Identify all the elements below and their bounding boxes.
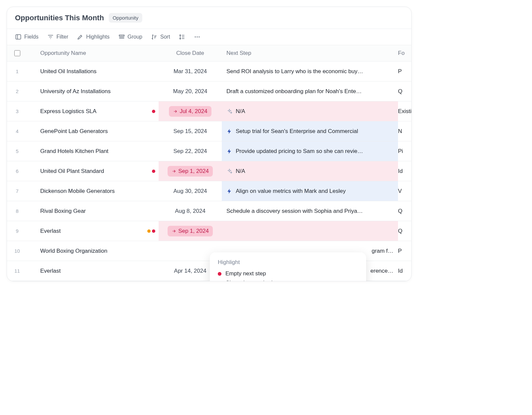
next-step-text: Schedule a discovery session with Sophia… [226,208,363,214]
opportunity-name: Grand Hotels Kitchen Plant [40,148,108,155]
close-date-cell[interactable]: May 20, 2024 [159,81,222,101]
close-date-cell[interactable]: Sep 1, 2024 [159,221,222,241]
date-pushed-pill: Jul 4, 2024 [169,106,211,117]
forecast-cell[interactable]: Id [398,168,411,175]
row-number: 2 [7,88,27,94]
forecast-cell[interactable]: Q [398,228,411,234]
legend-item: Empty next step [218,269,358,278]
next-step-cell[interactable]: Setup trial for Sean's Enterprise and Co… [222,121,398,141]
forecast-header[interactable]: Fo [398,50,411,57]
opportunity-name-cell[interactable]: World Boxing Organization [39,248,159,254]
next-step-cell[interactable]: N/A [222,161,398,181]
opportunity-name-cell[interactable]: Everlast [39,228,159,234]
highlights-label: Highlights [86,34,109,40]
forecast-cell[interactable]: Q [398,88,411,95]
close-date-cell[interactable]: Sep 22, 2024 [159,141,222,161]
highlight-legend: Highlight Empty next stepClose date push… [210,252,366,281]
next-step-text: Provide updated pricing to Sam so she ca… [236,148,363,155]
table-row[interactable]: 3Express Logistics SLAJul 4, 2024N/AExis… [7,101,411,121]
bolt-icon [226,188,232,194]
next-step-text: Setup trial for Sean's Enterprise and Co… [236,128,358,135]
opportunity-name-cell[interactable]: GenePoint Lab Generators [39,128,159,135]
next-step-cell[interactable]: Provide updated pricing to Sam so she ca… [222,141,398,161]
table-row[interactable]: 8Rival Boxing GearAug 8, 2024Schedule a … [7,201,411,221]
svg-rect-0 [16,35,21,39]
close-date-cell[interactable]: Sep 15, 2024 [159,121,222,141]
opportunity-name-cell[interactable]: Dickenson Mobile Generators [39,188,159,195]
name-header[interactable]: Opportunity Name [39,50,159,57]
forecast-cell[interactable]: V [398,188,411,195]
opportunity-name-cell[interactable]: Rival Boxing Gear [39,208,159,214]
close-date-cell[interactable]: Sep 1, 2024 [159,161,222,181]
svg-rect-1 [119,35,124,36]
group-button[interactable]: Group [118,34,142,40]
opportunities-window: Opportunities This Month Opportunity Fie… [7,7,412,281]
opportunity-name-cell[interactable]: University of Az Installations [39,88,159,95]
select-all-checkbox[interactable] [14,50,20,56]
next-step-cell[interactable]: Align on value metrics with Mark and Les… [222,181,398,201]
table-row[interactable]: 5Grand Hotels Kitchen PlantSep 22, 2024P… [7,141,411,161]
table-row[interactable]: 2University of Az InstallationsMay 20, 2… [7,81,411,101]
forecast-cell[interactable]: Pi [398,148,411,155]
pink-dot-icon [152,229,155,233]
close-date-cell[interactable]: Jul 4, 2024 [159,101,222,121]
next-step-cell[interactable] [222,221,398,241]
next-step-cell[interactable]: Send ROI analysis to Larry who is the ec… [222,62,398,81]
next-step-text: Draft a customized onboarding plan for N… [226,88,362,95]
pink-dot-icon [152,170,155,173]
opportunity-name-cell[interactable]: Express Logistics SLA [39,108,159,115]
close-date-cell[interactable]: Aug 8, 2024 [159,201,222,221]
filter-label: Filter [57,34,68,40]
pink-dot-icon [218,281,221,282]
next-step-cell[interactable]: Draft a customized onboarding plan for N… [222,81,398,101]
row-number: 6 [7,168,27,174]
next-step-cell[interactable]: N/A [222,101,398,121]
table-row[interactable]: 1United Oil InstallationsMar 31, 2024Sen… [7,62,411,81]
next-step-text: Align on value metrics with Mark and Les… [236,188,346,195]
opportunity-name-cell[interactable]: Everlast [39,268,159,274]
forecast-cell[interactable]: Id [398,268,411,274]
filter-button[interactable]: Filter [47,34,68,40]
legend-item: Close date pushed [218,278,358,281]
close-date: Apr 14, 2024 [174,268,206,274]
row-number: 9 [7,228,27,234]
table-row[interactable]: 7Dickenson Mobile GeneratorsAug 30, 2024… [7,181,411,201]
amber-dot-icon [147,229,151,233]
next-step-header[interactable]: Next Step [222,50,398,57]
forecast-cell[interactable]: P [398,248,411,254]
opportunity-name: World Boxing Organization [40,248,107,254]
opportunity-name: Rival Boxing Gear [40,208,86,214]
forecast-cell[interactable]: N [398,128,411,135]
highlights-button[interactable]: Highlights [77,34,109,40]
close-date-cell[interactable]: Mar 31, 2024 [159,62,222,81]
svg-point-2 [195,37,196,38]
header: Opportunities This Month Opportunity [7,7,411,29]
opportunity-name-cell[interactable]: Grand Hotels Kitchen Plant [39,148,159,155]
fields-button[interactable]: Fields [15,34,39,40]
line-height-button[interactable] [179,34,185,40]
table-row[interactable]: 6United Oil Plant StandardSep 1, 2024N/A… [7,161,411,181]
next-step-text: Send ROI analysis to Larry who is the ec… [226,68,363,75]
more-icon [194,34,200,40]
opportunity-name-cell[interactable]: United Oil Installations [39,68,159,75]
column-header-row: Opportunity Name Close Date Next Step Fo [7,45,411,62]
object-badge[interactable]: Opportunity [109,13,143,23]
next-step-cell[interactable]: Schedule a discovery session with Sophia… [222,201,398,221]
forecast-cell[interactable]: Existing C [398,108,411,115]
table-row[interactable]: 9EverlastSep 1, 2024Q [7,221,411,241]
bolt-icon [226,128,232,134]
forecast-cell[interactable]: Q [398,208,411,214]
next-step-text: N/A [236,108,245,115]
arrow-right-icon [172,169,176,174]
sort-button[interactable]: Sort [151,34,170,40]
sparkle-icon [226,108,232,114]
forecast-cell[interactable]: P [398,68,411,75]
opportunity-name-cell[interactable]: United Oil Plant Standard [39,168,159,175]
highlight-dots [152,170,155,173]
row-number: 5 [7,148,27,154]
more-button[interactable] [194,34,200,40]
highlighter-icon [77,34,83,40]
close-date-header[interactable]: Close Date [159,50,222,57]
close-date-cell[interactable]: Aug 30, 2024 [159,181,222,201]
table-row[interactable]: 4GenePoint Lab GeneratorsSep 15, 2024Set… [7,121,411,141]
